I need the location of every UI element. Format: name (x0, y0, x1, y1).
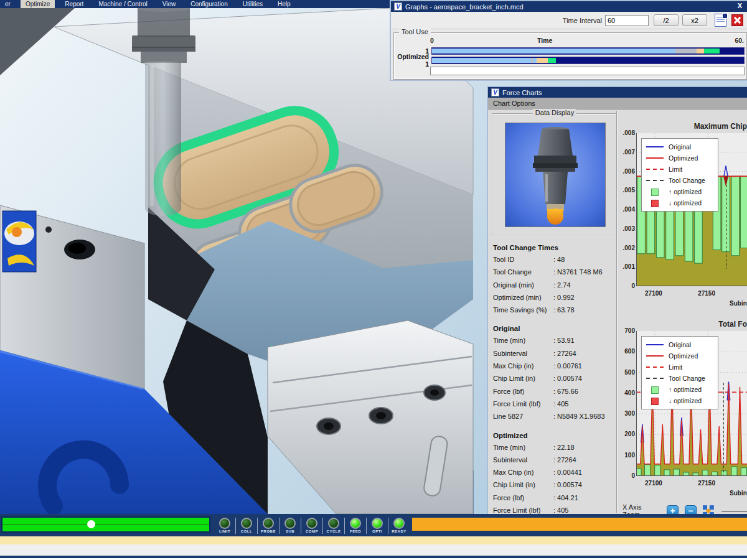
axis-label: 400 (615, 390, 635, 396)
led-comp: COMP (303, 518, 321, 533)
info-label: Max Chip (in) (493, 466, 553, 478)
led-opti: OPTI (368, 518, 387, 533)
info-value: : 63.78 (553, 304, 575, 316)
legend-label: ↓ optimized (669, 199, 702, 207)
screen: erOptimizeReportMachine / ControlViewCon… (0, 0, 747, 560)
double-interval-button[interactable]: x2 (682, 14, 707, 26)
half-interval-button[interactable]: /2 (654, 14, 679, 26)
slider-handle[interactable] (87, 520, 95, 528)
tool-preview-image (505, 123, 606, 227)
status-bar: LIMITCOLLPROBESUBCOMPCYCLEFEEDOPTIREADY (0, 514, 747, 536)
led-light (284, 518, 296, 529)
legend-entry: Tool Change (642, 175, 718, 186)
graphs-titlebar[interactable]: V Graphs - aerospace_bracket_inch.mcd X (391, 1, 747, 12)
line-red-icon (646, 353, 664, 359)
info-value: : 0.00574 (553, 478, 582, 491)
led-probe: PROBE (259, 518, 278, 533)
graphs-toolbar: Time Interval /2 x2 (391, 12, 747, 29)
menu-item-utilities[interactable]: Utilities (238, 0, 268, 8)
axis-label: 0 (615, 282, 635, 289)
led-label: FEED (350, 530, 361, 533)
legend-label: Optimized (669, 352, 698, 360)
progress-slider[interactable] (1, 516, 210, 533)
info-row: Time (min): 22.18 (493, 441, 621, 454)
menu-item-er[interactable]: er (0, 0, 16, 8)
info-row: Line 5827: N5849 X1.9683 (493, 410, 621, 422)
axis-label: 27100 (645, 290, 662, 297)
legend-label: Limit (669, 363, 682, 371)
legend-label: Tool Change (669, 375, 705, 382)
led-divider (322, 518, 323, 534)
legend-label: Original (669, 143, 691, 151)
axis-label: .002 (615, 245, 635, 251)
led-light (372, 518, 383, 529)
info-label: Original (min) (493, 279, 553, 291)
sq-red-icon (646, 398, 664, 404)
menu-item-configuration[interactable]: Configuration (186, 0, 232, 8)
led-panel: LIMITCOLLPROBESUBCOMPCYCLEFEEDOPTIREADY (215, 516, 408, 535)
tool-use-axis-start: 0 (430, 37, 434, 44)
legend-entry: Optimized (642, 152, 718, 164)
info-row: Subinterval: 27264 (493, 454, 621, 466)
info-row: Chip Limit (in): 0.00574 (493, 478, 621, 491)
info-label: Time (min) (493, 441, 553, 454)
menu-item-optimize[interactable]: Optimize (21, 0, 55, 8)
led-limit: LIMIT (215, 518, 234, 533)
menu-item-help[interactable]: Help (273, 0, 296, 8)
max-chip-chart-legend: OriginalOptimizedLimitTool Change↑ optim… (641, 138, 718, 212)
info-row: Force (lbf): 404.21 (493, 492, 621, 504)
timeline-segment-tan (537, 58, 548, 63)
status-strip-gray (0, 544, 747, 556)
time-interval-input[interactable] (605, 15, 649, 26)
info-label: Time Savings (%) (493, 304, 553, 316)
menu-item-view[interactable]: View (157, 0, 181, 8)
info-label: Force Limit (lbf) (493, 398, 553, 410)
report-icon[interactable] (715, 14, 726, 27)
sq-green-icon (646, 189, 664, 195)
legend-label: ↓ optimized (669, 397, 702, 404)
led-cycle: CYCLE (324, 518, 343, 533)
info-label: Subinterval (493, 454, 553, 466)
legend-entry: ↓ optimized (642, 395, 718, 406)
close-icon[interactable]: X (738, 2, 742, 9)
sq-red-icon (646, 200, 664, 206)
axis-label: 27100 (645, 480, 662, 487)
axis-label: Maximum Chip (637, 122, 747, 131)
force-charts-titlebar[interactable]: V Force Charts (488, 87, 747, 98)
axis-label: Subin (730, 490, 747, 497)
axis-label: .004 (615, 206, 635, 213)
tool-use-axis-title: Time (537, 37, 552, 44)
led-label: READY (392, 530, 406, 533)
dash-red-icon (646, 364, 664, 370)
line-blue-icon (646, 144, 664, 150)
menu-item-machine-control[interactable]: Machine / Control (93, 0, 152, 8)
axis-label: .006 (615, 168, 635, 175)
timeline-segment-green (704, 49, 720, 54)
led-label: SUB (286, 530, 294, 533)
zoom-slider[interactable] (721, 511, 747, 512)
menu-item-report[interactable]: Report (60, 0, 88, 8)
info-label: Chip Limit (in) (493, 372, 553, 385)
legend-entry: Limit (642, 362, 718, 373)
tool-use-scrollbar[interactable] (430, 67, 745, 75)
info-value: : 0.00761 (553, 360, 582, 372)
led-light (241, 518, 252, 529)
led-divider (235, 518, 236, 534)
info-row: Max Chip (in): 0.00441 (493, 466, 621, 478)
line-red-icon (646, 155, 664, 161)
force-charts-window-title: Force Charts (502, 89, 542, 96)
legend-entry: ↓ optimized (642, 197, 718, 208)
info-row: Time Savings (%): 63.78 (493, 304, 621, 316)
led-label: COMP (306, 530, 318, 533)
axis-label: 700 (615, 327, 635, 334)
led-label: CYCLE (327, 530, 341, 533)
led-divider (301, 518, 301, 534)
close-graphs-icon[interactable] (731, 14, 743, 26)
led-coll: COLL (237, 518, 256, 533)
legend-entry: Original (642, 141, 718, 152)
info-value: : 0.00574 (553, 372, 582, 385)
section-heading: Original (493, 325, 621, 332)
axis-label: 500 (615, 369, 635, 376)
chart-options-menu[interactable]: Chart Options (488, 98, 747, 110)
axis-label: .003 (615, 225, 635, 232)
